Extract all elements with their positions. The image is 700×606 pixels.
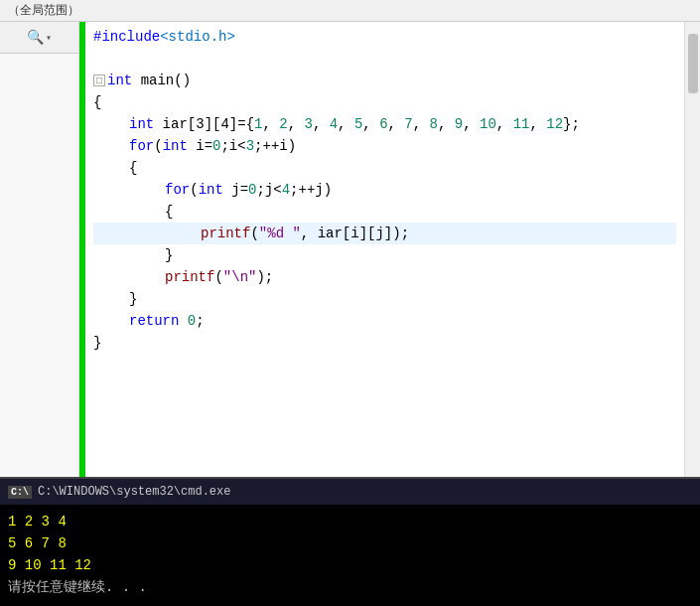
console-titlebar: C:\ C:\WINDOWS\system32\cmd.exe [0,479,700,505]
gutter: 🔍 ▾ [0,22,79,477]
fold-marker-main[interactable]: □ [93,75,105,86]
console-title: C:\WINDOWS\system32\cmd.exe [38,485,230,499]
code-line-1: #include<stdio.h> [93,26,676,48]
line-numbers [0,54,78,477]
code-line-2 [93,48,676,70]
search-bar[interactable]: 🔍 ▾ [0,22,78,54]
code-line-14: return 0 ; [93,310,676,332]
code-line-9: { [93,201,676,223]
code-line-3: □ int main() [93,70,676,91]
code-line-15: } [93,332,676,354]
code-line-11: } [93,244,676,266]
cmd-icon: C:\ [8,486,32,499]
breadcrumb-text: （全局范围） [8,2,79,19]
token-preprocessor: #include [93,29,160,45]
console-output: 1 2 3 4 5 6 7 8 9 10 11 12 请按任意键继续. . . [0,505,700,604]
console-line-3: 9 10 11 12 [8,554,692,576]
code-line-5: int iar[3][4]={ 1 , 2 , 3 , 4 , 5 , 6 , … [93,113,676,135]
console-line-4: 请按任意键继续. . . [8,576,692,598]
code-line-7: { [93,157,676,179]
console-line-1: 1 2 3 4 [8,511,692,532]
code-line-6: for ( int i= 0 ;i< 3 ;++i) [93,135,676,157]
breadcrumb-bar: （全局范围） [0,0,700,22]
search-dropdown-icon: ▾ [46,32,52,44]
code-line-8: for ( int j= 0 ;j< 4 ;++j) [93,179,676,201]
search-icon: 🔍 [27,29,44,46]
code-line-10: printf ( "%d " , iar[i][j]); [93,223,676,244]
scrollbar-thumb[interactable] [688,34,698,93]
token-main: main() [141,73,191,88]
editor-container: 🔍 ▾ #include<stdio.h> □ int main() { int [0,22,700,477]
vertical-scrollbar[interactable] [684,22,700,477]
token-int-main: int [107,73,132,88]
token-include-path: <stdio.h> [160,29,235,45]
console-container: C:\ C:\WINDOWS\system32\cmd.exe 1 2 3 4 … [0,477,700,606]
console-line-2: 5 6 7 8 [8,532,692,554]
code-editor[interactable]: #include<stdio.h> □ int main() { int iar… [85,22,684,477]
code-line-13: } [93,288,676,310]
code-line-12: printf ( "\n" ); [93,266,676,288]
code-line-4: { [93,91,676,113]
